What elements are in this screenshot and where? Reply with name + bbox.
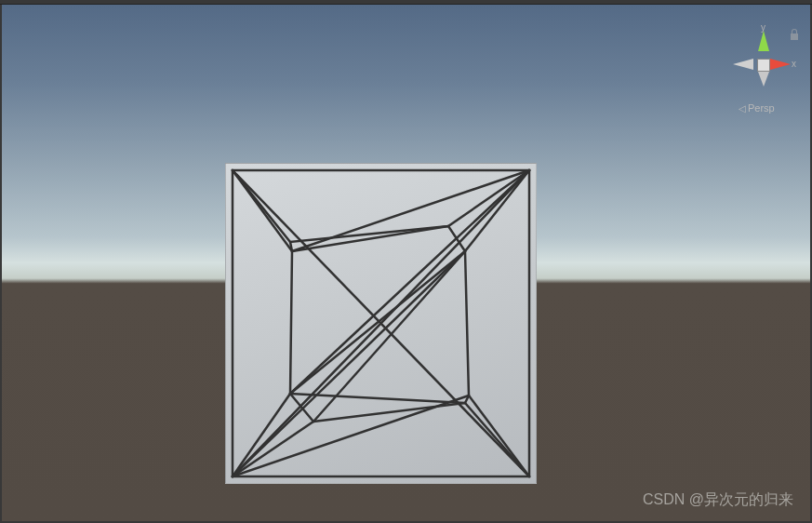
projection-toggle[interactable]: ◁ Persp bbox=[739, 102, 775, 114]
watermark-prefix: CSDN bbox=[643, 491, 685, 507]
gizmo-center-cube[interactable] bbox=[757, 59, 770, 72]
watermark-handle: @异次元的归来 bbox=[689, 491, 793, 507]
projection-mode-label: Persp bbox=[748, 102, 775, 114]
scene-view[interactable]: y x ◁ Persp CSDN @异次元的归来 bbox=[2, 5, 810, 521]
mesh-quad-triangulated[interactable] bbox=[225, 163, 537, 484]
chevron-left-icon: ◁ bbox=[739, 103, 746, 114]
axis-neg-x-icon[interactable] bbox=[733, 59, 757, 70]
axis-neg-y-icon[interactable] bbox=[758, 72, 769, 90]
orientation-gizmo[interactable]: y x ◁ Persp bbox=[731, 14, 801, 107]
axis-gizmo[interactable]: y x bbox=[731, 14, 801, 84]
axis-y-icon[interactable] bbox=[758, 31, 769, 59]
mesh-wireframe bbox=[225, 163, 537, 484]
watermark: CSDN @异次元的归来 bbox=[643, 490, 793, 510]
axis-label-y: y bbox=[761, 22, 765, 33]
axis-label-x: x bbox=[792, 59, 796, 69]
